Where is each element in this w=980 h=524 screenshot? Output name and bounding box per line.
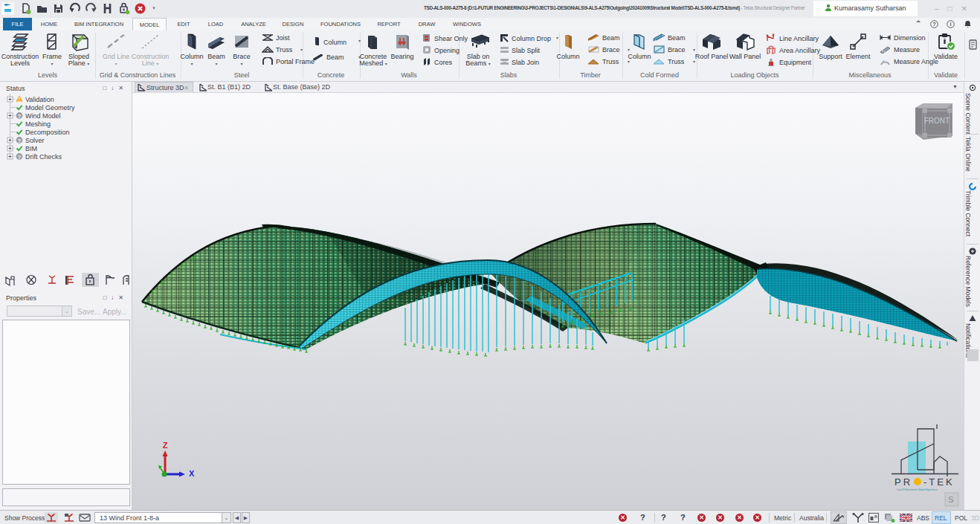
svg-text:BIM: BIM [25,145,37,152]
svg-text:Model Geometry: Model Geometry [25,104,75,111]
svg-text:Validation: Validation [25,96,54,103]
svg-text:?: ? [18,138,22,144]
svg-text:?: ? [18,113,22,120]
svg-text:FRONT: FRONT [924,117,950,125]
svg-text:?: ? [18,154,22,161]
svg-text:Z: Z [163,441,168,450]
svg-text:i: i [950,21,951,28]
svg-text:Local Professionals Global E: Local Professionals Global Experience [897,488,938,491]
svg-text:?: ? [932,21,936,28]
svg-text:Decomposition: Decomposition [25,129,70,136]
svg-text:!: ! [19,97,20,102]
svg-text:Solver: Solver [25,137,45,144]
svg-text:PR: PR [894,476,912,488]
svg-text:Drift Checks: Drift Checks [25,153,62,161]
svg-text:Meshing: Meshing [25,120,51,128]
svg-text:-TEK: -TEK [923,476,955,488]
svg-text:S: S [948,495,953,504]
svg-text:Wind Model: Wind Model [25,112,61,120]
svg-text:X: X [189,469,195,478]
